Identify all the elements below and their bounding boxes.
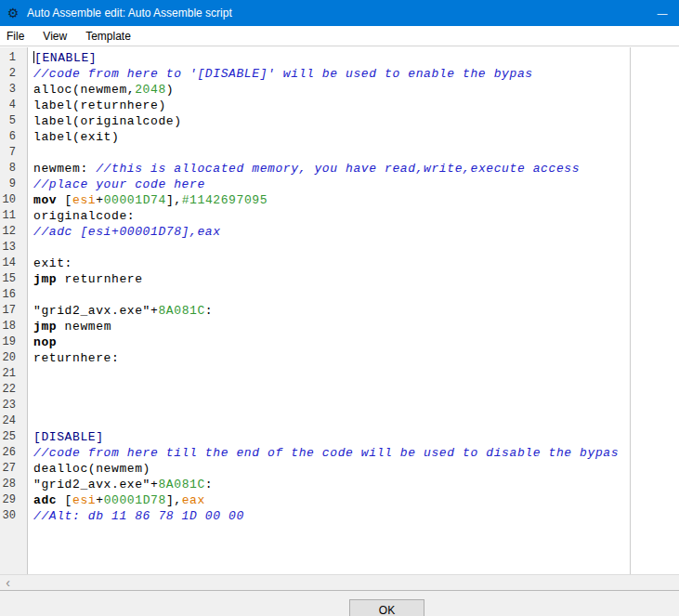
code-text: [DISABLE] xyxy=(16,429,104,445)
code-line[interactable]: 26//code from here till the end of the c… xyxy=(0,445,679,461)
menu-item-view[interactable]: View xyxy=(33,26,76,46)
line-number: 2 xyxy=(0,66,16,82)
code-line[interactable]: 4label(returnhere) xyxy=(0,98,679,113)
window-title: Auto Assemble edit: Auto Assemble script xyxy=(27,7,232,20)
horizontal-scrollbar[interactable]: ‹ xyxy=(0,574,679,590)
code-text: adc [esi+00001D78],eax xyxy=(16,492,205,508)
menu-item-file[interactable]: File xyxy=(0,26,33,46)
code-text: //adc [esi+00001D78],eax xyxy=(16,224,221,240)
line-number: 22 xyxy=(0,382,16,398)
code-text: //code from here to '[DISABLE]' will be … xyxy=(16,66,533,82)
code-text: //Alt: db 11 86 78 1D 00 00 xyxy=(16,508,244,524)
code-text xyxy=(16,382,41,398)
line-number: 4 xyxy=(0,98,16,113)
code-line[interactable]: 16 xyxy=(0,287,679,303)
code-line[interactable]: 22 xyxy=(0,382,679,398)
line-number: 19 xyxy=(0,334,16,350)
editor-lines: 1[ENABLE]2//code from here to '[DISABLE]… xyxy=(0,47,679,524)
code-text: originalcode: xyxy=(16,208,135,224)
code-text: jmp returnhere xyxy=(16,271,143,287)
script-editor[interactable]: 1[ENABLE]2//code from here to '[DISABLE]… xyxy=(0,47,679,574)
code-line[interactable]: 19nop xyxy=(0,334,679,350)
code-text: newmem: //this is allocated memory, you … xyxy=(16,161,580,177)
code-line[interactable]: 21 xyxy=(0,366,679,382)
line-number: 29 xyxy=(0,492,16,508)
code-line[interactable]: 6label(exit) xyxy=(0,129,679,145)
line-number: 18 xyxy=(0,319,16,334)
code-line[interactable]: 28"grid2_avx.exe"+8A081C: xyxy=(0,477,679,492)
menu-bar: FileViewTemplate xyxy=(0,26,679,46)
line-number: 24 xyxy=(0,413,16,429)
code-text: dealloc(newmem) xyxy=(16,461,150,477)
line-number: 25 xyxy=(0,429,16,445)
line-number: 6 xyxy=(0,129,16,145)
code-text: alloc(newmem,2048) xyxy=(16,82,174,98)
line-number: 5 xyxy=(0,113,16,129)
ok-button[interactable]: OK xyxy=(349,599,424,616)
code-text xyxy=(16,240,41,256)
line-number: 30 xyxy=(0,508,16,524)
line-number: 13 xyxy=(0,240,16,256)
line-number: 28 xyxy=(0,477,16,492)
line-number: 11 xyxy=(0,208,16,224)
code-line[interactable]: 9//place your code here xyxy=(0,177,679,192)
code-line[interactable]: 29adc [esi+00001D78],eax xyxy=(0,492,679,508)
line-number: 12 xyxy=(0,224,16,240)
code-line[interactable]: 30//Alt: db 11 86 78 1D 00 00 xyxy=(0,508,679,524)
code-text xyxy=(16,366,41,382)
line-number: 26 xyxy=(0,445,16,461)
editor-right-border xyxy=(630,47,631,574)
code-line[interactable]: 13 xyxy=(0,240,679,256)
code-line[interactable]: 25[DISABLE] xyxy=(0,429,679,445)
code-line[interactable]: 11originalcode: xyxy=(0,208,679,224)
code-text: jmp newmem xyxy=(16,319,111,334)
line-number: 8 xyxy=(0,161,16,177)
code-line[interactable]: 17"grid2_avx.exe"+8A081C: xyxy=(0,303,679,319)
line-number: 17 xyxy=(0,303,16,319)
code-line[interactable]: 1[ENABLE] xyxy=(0,50,679,66)
code-line[interactable]: 12//adc [esi+00001D78],eax xyxy=(0,224,679,240)
minimize-button[interactable]: — xyxy=(646,0,679,26)
code-line[interactable]: 2//code from here to '[DISABLE]' will be… xyxy=(0,66,679,82)
code-line[interactable]: 20returnhere: xyxy=(0,350,679,366)
code-text: returnhere: xyxy=(16,350,119,366)
line-number: 1 xyxy=(0,50,16,66)
cheat-engine-app-icon: ⚙ xyxy=(6,6,20,20)
bottom-panel: OK xyxy=(0,590,679,616)
code-text: mov [esi+00001D74],#1142697095 xyxy=(16,192,268,208)
code-line[interactable]: 18jmp newmem xyxy=(0,319,679,334)
code-text xyxy=(16,413,41,429)
line-number: 27 xyxy=(0,461,16,477)
line-number: 10 xyxy=(0,192,16,208)
line-number: 14 xyxy=(0,256,16,271)
code-line[interactable]: 15jmp returnhere xyxy=(0,271,679,287)
line-number: 20 xyxy=(0,350,16,366)
code-text xyxy=(16,287,41,303)
code-text xyxy=(16,145,41,161)
code-text: exit: xyxy=(16,256,72,271)
line-number: 3 xyxy=(0,82,16,98)
code-text: label(originalcode) xyxy=(16,113,182,129)
code-text: nop xyxy=(16,334,57,350)
code-line[interactable]: 8newmem: //this is allocated memory, you… xyxy=(0,161,679,177)
code-text xyxy=(16,398,41,413)
code-line[interactable]: 24 xyxy=(0,413,679,429)
menu-item-template[interactable]: Template xyxy=(76,26,140,46)
line-number: 15 xyxy=(0,271,16,287)
code-line[interactable]: 5label(originalcode) xyxy=(0,113,679,129)
line-number: 7 xyxy=(0,145,16,161)
scroll-left-icon[interactable]: ‹ xyxy=(0,575,16,591)
code-text: label(exit) xyxy=(16,129,119,145)
code-text: //place your code here xyxy=(16,177,205,192)
code-line[interactable]: 14exit: xyxy=(0,256,679,271)
code-line[interactable]: 27dealloc(newmem) xyxy=(0,461,679,477)
line-number: 21 xyxy=(0,366,16,382)
code-line[interactable]: 10mov [esi+00001D74],#1142697095 xyxy=(0,192,679,208)
line-number: 16 xyxy=(0,287,16,303)
code-line[interactable]: 7 xyxy=(0,145,679,161)
code-text: label(returnhere) xyxy=(16,98,166,113)
code-line[interactable]: 23 xyxy=(0,398,679,413)
code-text: "grid2_avx.exe"+8A081C: xyxy=(16,477,213,492)
title-bar: ⚙ Auto Assemble edit: Auto Assemble scri… xyxy=(0,0,679,26)
code-line[interactable]: 3alloc(newmem,2048) xyxy=(0,82,679,98)
